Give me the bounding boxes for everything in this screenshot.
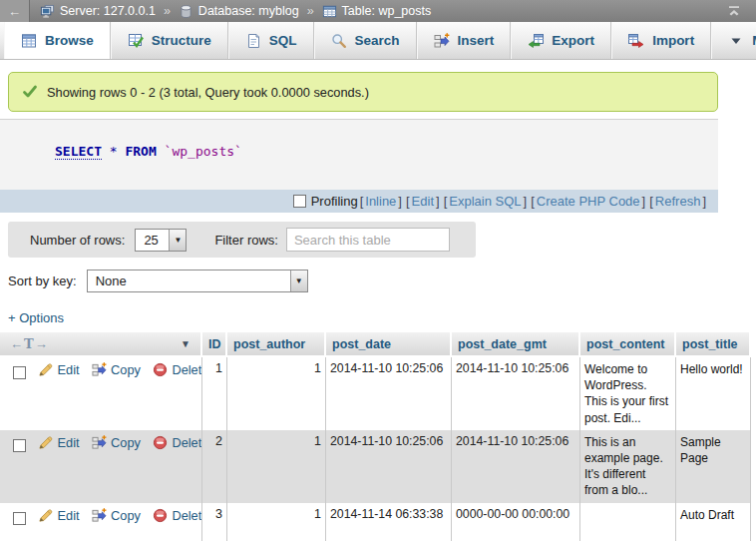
cell-post-title[interactable]: Hello world!: [676, 357, 751, 430]
bracket: [: [649, 194, 653, 209]
bracket: ]: [702, 194, 706, 209]
edit-link[interactable]: Edit: [38, 435, 79, 450]
breadcrumb-item[interactable]: Server: 127.0.0.1: [60, 4, 156, 18]
rows-toolbar: Number of rows: 25 ▼ Filter rows:: [8, 222, 476, 258]
tab-sql[interactable]: SQL: [228, 22, 314, 59]
sql-token: SELECT: [55, 144, 102, 160]
tab-export[interactable]: Export: [511, 22, 611, 59]
sql-icon: [245, 33, 261, 49]
cell-post-content[interactable]: This is an example page. It's different …: [580, 430, 676, 503]
column-header-post_title[interactable]: post_title: [676, 332, 751, 357]
cell-post-date[interactable]: 2014-11-10 10:25:06: [326, 357, 452, 430]
edit-link[interactable]: Edit: [38, 508, 79, 523]
cell-post-date-gmt[interactable]: 0000-00-00 00:00:00: [452, 503, 580, 541]
bracket: [: [406, 194, 410, 209]
cell-post-date[interactable]: 2014-11-14 06:33:38: [326, 503, 452, 541]
insert-row-icon: [434, 33, 450, 49]
cell-post-content[interactable]: [580, 503, 676, 541]
breadcrumb-item[interactable]: Table: wp_posts: [342, 4, 432, 18]
sort-by-key-label: Sort by key:: [8, 273, 77, 288]
breadcrumb-separator: »: [164, 4, 171, 18]
row-actions: Edit Copy Delete: [0, 503, 202, 541]
cell-id[interactable]: 3: [202, 503, 227, 541]
copy-link[interactable]: Copy: [92, 435, 141, 450]
table-header-row: ←T→ ▼ IDpost_authorpost_datepost_date_gm…: [0, 332, 751, 357]
column-visibility-control[interactable]: ←T→: [10, 336, 49, 351]
query-action-inline[interactable]: Inline: [365, 194, 396, 209]
cell-post-content[interactable]: Welcome to WordPress. This is your first…: [580, 357, 676, 430]
tab-search[interactable]: Search: [314, 22, 417, 59]
tab-label: Import: [652, 33, 694, 48]
breadcrumb-separator: »: [307, 4, 314, 18]
collapse-top-icon[interactable]: [726, 3, 742, 19]
delete-link[interactable]: Delete: [153, 508, 202, 523]
copy-link[interactable]: Copy: [92, 362, 141, 377]
cell-post-title[interactable]: Auto Draft: [676, 503, 751, 541]
number-of-rows-label: Number of rows:: [30, 233, 125, 248]
tab-browse[interactable]: Browse: [4, 22, 111, 59]
query-action-explain-sql[interactable]: Explain SQL: [449, 194, 521, 209]
sort-row: Sort by key: None ▼: [8, 268, 756, 293]
row-checkbox[interactable]: [13, 366, 26, 379]
cell-post-date[interactable]: 2014-11-10 10:25:06: [326, 430, 452, 503]
cell-id[interactable]: 2: [202, 430, 227, 503]
column-header-post_author[interactable]: post_author: [227, 332, 326, 357]
sort-by-key-select[interactable]: None ▼: [87, 270, 308, 292]
cell-id[interactable]: 1: [202, 357, 227, 430]
database-icon: [179, 4, 193, 19]
copy-link[interactable]: Copy: [92, 508, 141, 523]
tab-insert[interactable]: Insert: [417, 22, 512, 59]
import-icon: [628, 33, 644, 49]
results-table: ←T→ ▼ IDpost_authorpost_datepost_date_gm…: [0, 332, 751, 541]
delete-icon: [153, 362, 168, 377]
delete-link[interactable]: Delete: [153, 435, 202, 450]
bracket: ]: [436, 194, 440, 209]
actions-header: ←T→ ▼: [0, 332, 202, 357]
query-action-create-php-code[interactable]: Create PHP Code: [537, 194, 640, 209]
query-action-links: [Inline][Edit][Explain SQL][Create PHP C…: [358, 194, 708, 209]
cell-post-title[interactable]: Sample Page: [676, 430, 751, 503]
server-icon: [40, 4, 55, 19]
options-toggle[interactable]: + Options: [8, 310, 78, 325]
chevron-down-icon: ▼: [290, 270, 307, 291]
breadcrumb-item[interactable]: Database: myblog: [198, 4, 299, 18]
column-header-id[interactable]: ID: [202, 332, 227, 357]
tab-label: SQL: [269, 33, 297, 48]
tab-structure[interactable]: Structure: [111, 22, 228, 59]
chevron-down-icon: [728, 33, 744, 49]
cell-post-date-gmt[interactable]: 2014-11-10 10:25:06: [452, 430, 580, 503]
sql-token: `wp_posts`: [165, 144, 242, 159]
chevron-down-icon: ▼: [169, 230, 186, 251]
structure-icon: [128, 33, 144, 49]
tab-label: More: [752, 33, 756, 48]
column-header-post_content[interactable]: post_content: [580, 332, 676, 357]
delete-link[interactable]: Delete: [153, 362, 202, 377]
breadcrumb: Server: 127.0.0.1»Database: myblog»Table…: [40, 4, 726, 19]
row-checkbox[interactable]: [13, 439, 26, 452]
column-header-post_date_gmt[interactable]: post_date_gmt: [452, 332, 580, 357]
status-text: Showing rows 0 - 2 (3 total, Query took …: [47, 85, 369, 100]
cell-post-author[interactable]: 1: [227, 430, 326, 503]
back-button[interactable]: ←: [0, 0, 30, 22]
sort-options-icon[interactable]: ▼: [181, 338, 190, 349]
column-header-post_date[interactable]: post_date: [326, 332, 452, 357]
sql-token: FROM: [125, 144, 156, 159]
sort-by-key-value: None: [88, 273, 290, 288]
cell-post-date-gmt[interactable]: 2014-11-10 10:25:06: [452, 357, 580, 430]
query-action-refresh[interactable]: Refresh: [655, 194, 701, 209]
tab-more[interactable]: More: [711, 22, 756, 59]
profiling-checkbox[interactable]: [293, 195, 306, 208]
pencil-icon: [38, 435, 53, 450]
number-of-rows-select[interactable]: 25 ▼: [135, 229, 187, 252]
row-checkbox[interactable]: [13, 512, 26, 525]
cell-post-author[interactable]: 1: [227, 503, 326, 541]
sql-query: SELECT * FROM `wp_posts`: [0, 120, 718, 190]
query-action-edit[interactable]: Edit: [412, 194, 434, 209]
query-toolbar: Profiling [Inline][Edit][Explain SQL][Cr…: [0, 190, 718, 213]
bracket: ]: [524, 194, 528, 209]
edit-link[interactable]: Edit: [38, 362, 79, 377]
filter-input[interactable]: [286, 228, 450, 252]
tab-import[interactable]: Import: [611, 22, 711, 59]
cell-post-author[interactable]: 1: [227, 357, 326, 430]
table-row: Edit Copy Delete 1 1 2014-11-10 10:25:06…: [0, 357, 751, 430]
